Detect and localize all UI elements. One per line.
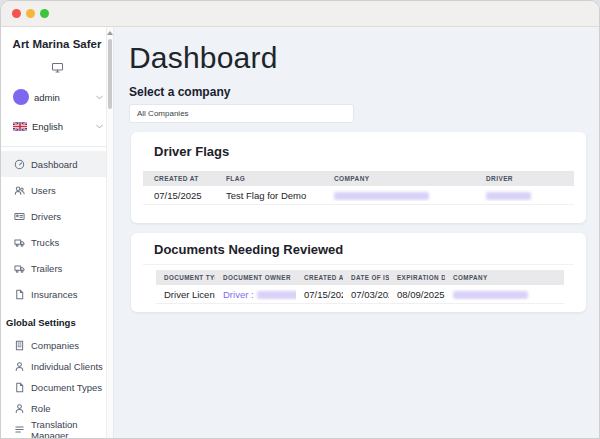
flag-value: Test Flag for Demo — [215, 190, 323, 201]
column-header: CREATED AT — [143, 175, 215, 182]
sidebar-item-label: Individual Clients — [31, 361, 103, 372]
documents-review-title: Documents Needing Reviewed — [131, 233, 586, 258]
sidebar-item-trucks[interactable]: Trucks — [1, 229, 113, 255]
main-content: Dashboard Select a company All Companies… — [114, 27, 599, 438]
column-header: DOCUMENT OWNER — [215, 274, 296, 281]
card-divider — [143, 264, 574, 265]
sidebar-item-translation-manager[interactable]: Translation Manager — [1, 419, 113, 439]
file-icon — [14, 289, 25, 300]
chevron-down-icon — [96, 95, 103, 100]
document-type-value: Driver License — [156, 289, 215, 300]
driver-flags-card: Driver Flags CREATED AT FLAG COMPANY DRI… — [131, 132, 586, 223]
file-icon — [14, 382, 25, 393]
user-name: admin — [34, 92, 96, 103]
table-row: Driver License Driver : 07/15/2025 07/03… — [156, 285, 564, 304]
table-row: 07/15/2025 Test Flag for Demo — [143, 186, 574, 205]
id-card-icon — [14, 211, 25, 222]
column-header: EXPIRATION DATE — [389, 274, 445, 281]
building-icon — [14, 340, 25, 351]
column-header: COMPANY — [323, 175, 475, 182]
company-link-redacted[interactable] — [445, 289, 564, 300]
sidebar-item-label: Users — [31, 185, 56, 196]
user-icon — [14, 403, 25, 414]
sidebar-scrollbar[interactable] — [106, 27, 113, 438]
gauge-icon — [14, 159, 25, 170]
column-header: DOCUMENT TYPE — [156, 274, 215, 281]
user-icon — [14, 361, 25, 372]
column-header: CREATED AT — [296, 274, 343, 281]
column-header: DRIVER — [475, 175, 574, 182]
driver-flags-table: CREATED AT FLAG COMPANY DRIVER 07/15/202… — [143, 171, 574, 205]
sidebar-item-label: Translation Manager — [31, 419, 113, 439]
sidebar-item-users[interactable]: Users — [1, 177, 113, 203]
sidebar-item-individual-clients[interactable]: Individual Clients — [1, 356, 113, 377]
app-window: Art Marina Safer admin English Dashboard — [0, 0, 600, 439]
language-label: English — [32, 121, 96, 132]
sidebar-item-label: Trailers — [31, 263, 62, 274]
sidebar-item-label: Dashboard — [31, 159, 77, 170]
expiration-date-value: 08/09/2025 — [389, 289, 445, 300]
driver-flags-title: Driver Flags — [131, 132, 586, 160]
monitor-icon — [1, 59, 113, 77]
sidebar-item-trailers[interactable]: Trailers — [1, 255, 113, 281]
truck-icon — [14, 263, 25, 274]
sidebar-item-label: Trucks — [31, 237, 59, 248]
column-header: COMPANY — [445, 274, 564, 281]
documents-table-header: DOCUMENT TYPE DOCUMENT OWNER CREATED AT … — [156, 270, 564, 285]
redacted-text — [453, 291, 528, 299]
page-title: Dashboard — [129, 41, 584, 75]
sidebar-settings-menu: Companies Individual Clients Document Ty… — [1, 335, 113, 439]
sidebar-item-label: Role — [31, 403, 51, 414]
sidebar-item-document-types[interactable]: Document Types — [1, 377, 113, 398]
scrollbar-thumb[interactable] — [108, 39, 112, 109]
owner-prefix: Driver : — [223, 289, 254, 300]
company-select[interactable]: All Companies — [129, 104, 354, 123]
driver-flags-table-header: CREATED AT FLAG COMPANY DRIVER — [143, 171, 574, 186]
redacted-text — [334, 192, 429, 200]
company-select-label: Select a company — [129, 85, 584, 99]
sidebar-item-label: Insurances — [31, 289, 77, 300]
created-at-value: 07/15/2025 — [143, 190, 215, 201]
sidebar-item-label: Companies — [31, 340, 79, 351]
minimize-button[interactable] — [26, 9, 35, 18]
brand-title: Art Marina Safer — [1, 27, 113, 50]
sidebar: Art Marina Safer admin English Dashboard — [1, 27, 114, 438]
sidebar-divider — [1, 146, 113, 147]
sidebar-item-role[interactable]: Role — [1, 398, 113, 419]
driver-link-redacted[interactable] — [475, 190, 574, 201]
scroll-up-arrow-icon[interactable] — [107, 31, 113, 35]
company-link-redacted[interactable] — [323, 190, 475, 201]
redacted-text — [257, 291, 296, 299]
sidebar-item-companies[interactable]: Companies — [1, 335, 113, 356]
maximize-button[interactable] — [40, 9, 49, 18]
chevron-down-icon — [96, 124, 103, 129]
created-at-value: 07/15/2025 — [296, 289, 343, 300]
language-menu[interactable]: English — [1, 117, 113, 135]
sidebar-main-menu: Dashboard Users Drivers Trucks Trailers — [1, 151, 113, 307]
date-of-issue-value: 07/03/2025 — [343, 289, 389, 300]
window-titlebar — [1, 1, 599, 27]
user-menu[interactable]: admin — [1, 88, 113, 106]
redacted-text — [486, 192, 531, 200]
column-header: FLAG — [215, 175, 323, 182]
users-icon — [14, 185, 25, 196]
avatar — [13, 89, 29, 105]
sidebar-item-insurances[interactable]: Insurances — [1, 281, 113, 307]
sidebar-item-drivers[interactable]: Drivers — [1, 203, 113, 229]
list-icon — [14, 424, 25, 435]
column-header: DATE OF ISSUE — [343, 274, 389, 281]
sidebar-item-dashboard[interactable]: Dashboard — [1, 151, 113, 177]
global-settings-header: Global Settings — [1, 307, 113, 331]
uk-flag-icon — [13, 122, 27, 131]
truck-icon — [14, 237, 25, 248]
document-owner-link[interactable]: Driver : — [215, 289, 296, 300]
close-button[interactable] — [12, 9, 21, 18]
documents-review-card: Documents Needing Reviewed DOCUMENT TYPE… — [131, 233, 586, 312]
documents-review-table: DOCUMENT TYPE DOCUMENT OWNER CREATED AT … — [156, 270, 564, 304]
sidebar-item-label: Document Types — [31, 382, 102, 393]
sidebar-item-label: Drivers — [31, 211, 61, 222]
